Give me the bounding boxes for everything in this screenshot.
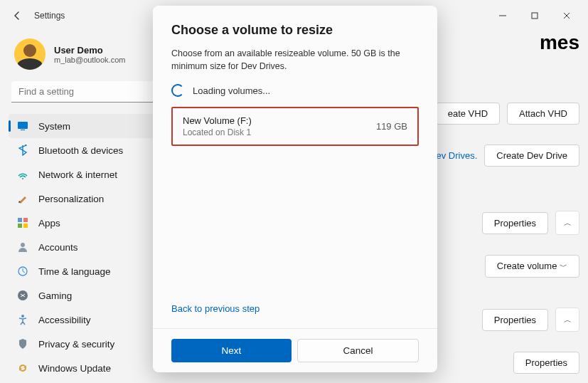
- back-link[interactable]: Back to previous step: [171, 303, 419, 314]
- resize-volume-dialog: Choose a volume to resize Choose from an…: [153, 6, 437, 372]
- volume-name: New Volume (F:): [183, 115, 252, 126]
- loading-text: Loading volumes...: [193, 85, 270, 96]
- volume-location: Located on Disk 1: [183, 127, 252, 137]
- dialog-title: Choose a volume to resize: [171, 23, 419, 38]
- dialog-footer: Next Cancel: [153, 328, 437, 362]
- spinner-icon: [171, 84, 184, 97]
- loading-row: Loading volumes...: [171, 84, 419, 97]
- dialog-overlay: Choose a volume to resize Choose from an…: [0, 0, 588, 383]
- dialog-description: Choose from an available resizeable volu…: [171, 48, 419, 73]
- cancel-button[interactable]: Cancel: [297, 339, 419, 362]
- next-button[interactable]: Next: [171, 339, 292, 362]
- volume-item[interactable]: New Volume (F:) Located on Disk 1 119 GB: [171, 107, 419, 146]
- volume-size: 119 GB: [376, 121, 407, 132]
